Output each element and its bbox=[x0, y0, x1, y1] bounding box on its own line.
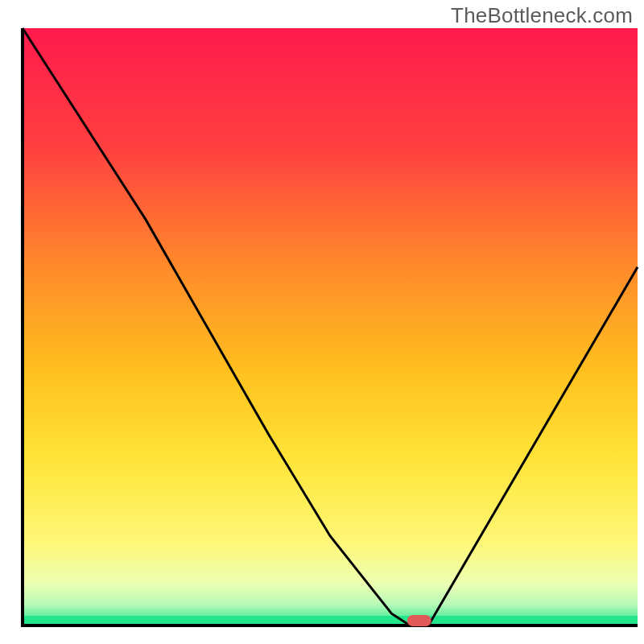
watermark-label: TheBottleneck.com bbox=[451, 3, 633, 28]
bottleneck-curve-chart bbox=[0, 0, 644, 644]
optimal-marker bbox=[407, 615, 431, 626]
